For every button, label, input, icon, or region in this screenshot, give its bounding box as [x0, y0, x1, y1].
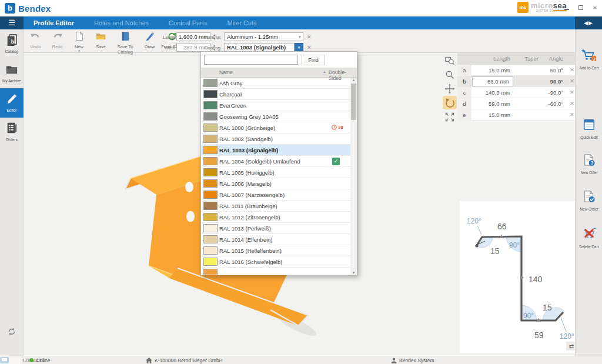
- coating-option-ral-1016-schwefelgelb[interactable]: RAL 1016 (Schwefelgelb): [201, 256, 350, 268]
- tab-conical-parts[interactable]: Conical Parts: [159, 16, 217, 29]
- coating-option-partial[interactable]: [201, 268, 350, 275]
- color-swatch: [203, 146, 218, 154]
- restore-button[interactable]: [577, 4, 584, 11]
- delete-cart-icon: [582, 227, 596, 241]
- vendor-name-light: micro: [531, 1, 553, 10]
- fit-screen-icon: [444, 112, 455, 122]
- title-bar: b Bendex ms microsea SYSTEM SOLUTIONS ×: [0, 0, 602, 16]
- coating-option-goosewing-grey-10a05[interactable]: Goosewing Grey 10A05: [201, 111, 350, 122]
- segment-row-e[interactable]: e15.0 mm✕: [457, 109, 577, 121]
- segment-length-cell[interactable]: 59.0 mm: [471, 101, 514, 107]
- coating-option-charcoal[interactable]: Charcoal: [201, 89, 350, 100]
- coating-option-ral-1007-narzissengelb[interactable]: RAL 1007 (Narzissengelb): [201, 189, 350, 201]
- coating-option-ral-1000-gr-nbeige[interactable]: RAL 1000 (Grünbeige)38: [201, 122, 350, 133]
- quick-edit-button[interactable]: Quick Edit: [576, 118, 602, 139]
- segment-angle-cell[interactable]: 60.0°: [542, 67, 567, 74]
- microsea-mark-icon: ms: [517, 2, 529, 13]
- segment-length-cell[interactable]: 140.0 mm: [471, 89, 514, 96]
- find-button[interactable]: Find: [302, 55, 325, 65]
- zoom-selection-tool[interactable]: [443, 54, 457, 67]
- scroll-down-icon[interactable]: ▼: [350, 271, 357, 275]
- save-button[interactable]: Save: [90, 30, 112, 55]
- redo-button[interactable]: Redo: [46, 30, 68, 55]
- clock-icon: [332, 125, 337, 130]
- color-swatch: [203, 135, 218, 143]
- segment-length-cell[interactable]: 66.0 mm: [472, 76, 513, 86]
- coating-option-ral-1003-signalgelb[interactable]: RAL 1003 (Signalgelb): [201, 145, 350, 156]
- add-to-cart-button[interactable]: 3Add to Cart: [576, 48, 602, 70]
- double-sided-checkbox[interactable]: ✓: [332, 158, 340, 165]
- fit-screen-tool[interactable]: [443, 110, 457, 123]
- scroll-thumb[interactable]: [351, 84, 356, 120]
- coating-option-ral-1014-elfenbein[interactable]: RAL 1014 (Elfenbein): [201, 234, 350, 245]
- coating-combo[interactable]: RAL 1003 (Signalgelb): [224, 43, 295, 52]
- column-name[interactable]: Name: [219, 69, 233, 75]
- coating-caret-button[interactable]: ▼: [295, 43, 303, 52]
- sidebar-item-my-archive[interactable]: My Archive: [0, 59, 24, 88]
- coating-option-ral-1002-sandgelb[interactable]: RAL 1002 (Sandgelb): [201, 133, 350, 145]
- delete-cart-button[interactable]: Delete Cart: [576, 227, 602, 249]
- color-swatch: [203, 235, 218, 243]
- segment-row-b[interactable]: b66.0 mm90.0°✕: [457, 76, 577, 87]
- material-clear-button[interactable]: ✕: [307, 34, 312, 40]
- segment-row-d[interactable]: d59.0 mm-60.0°✕: [457, 98, 577, 109]
- sidebar-item-editor[interactable]: Editor: [0, 88, 24, 118]
- pan-tool[interactable]: [443, 82, 457, 95]
- close-button[interactable]: ×: [591, 4, 598, 11]
- minimize-button[interactable]: [563, 4, 570, 11]
- angle-bottom-right: 120°: [560, 332, 574, 340]
- coating-option-ral-1013-perlwei[interactable]: RAL 1013 (Perlweiß): [201, 223, 350, 234]
- coating-search-input[interactable]: [204, 55, 298, 65]
- save-to-catalog-button[interactable]: Save To Catalog: [112, 30, 139, 55]
- rotate-tool[interactable]: [443, 96, 457, 109]
- tab-miter-cuts[interactable]: Miter Cuts: [217, 16, 266, 29]
- tab-holes-and-notches[interactable]: Holes and Notches: [84, 16, 159, 29]
- sidebar-item-orders[interactable]: Orders: [0, 118, 24, 147]
- zoom-tool[interactable]: [443, 68, 457, 81]
- coating-option-ash-gray[interactable]: Ash Gray: [201, 78, 350, 89]
- sync-icon[interactable]: [7, 327, 16, 336]
- new-offer-button[interactable]: ?New Offer: [576, 153, 602, 175]
- coating-list: Ash GrayCharcoalEverGreenGoosewing Grey …: [201, 78, 350, 275]
- segments-header: LengthTaperAngle: [457, 53, 577, 65]
- segment-length-cell[interactable]: 15.0 mm: [471, 67, 514, 74]
- coating-clear-button[interactable]: ✕: [307, 45, 312, 51]
- coating-option-ral-1011-braunbeige[interactable]: RAL 1011 (Braunbeige): [201, 201, 350, 212]
- toolbar: UndoRedoNew▼SaveSave To CatalogDrawFront…: [24, 29, 602, 53]
- chat-bubble-icon[interactable]: [0, 357, 9, 363]
- vendor-tagline: SYSTEM SOLUTIONS: [531, 10, 567, 13]
- segment-angle-cell[interactable]: 90.0°: [542, 78, 567, 85]
- color-swatch: [203, 191, 218, 199]
- segment-length-cell[interactable]: 15.0 mm: [471, 112, 514, 118]
- coating-option-ral-1006-maisgelb[interactable]: RAL 1006 (Maisgelb): [201, 178, 350, 189]
- hamburger-menu-button[interactable]: ☰: [0, 16, 24, 29]
- color-swatch: [203, 202, 218, 210]
- coating-option-ral-1005-honiggelb[interactable]: RAL 1005 (Honiggelb): [201, 167, 350, 178]
- tab-profile-editor[interactable]: Profile Editor: [24, 16, 84, 29]
- coating-option-ral-1012-zitronengelb[interactable]: RAL 1012 (Zitronengelb): [201, 212, 350, 223]
- segment-angle-cell[interactable]: -90.0°: [542, 89, 567, 96]
- color-swatch: [203, 179, 218, 188]
- segment-angle-cell[interactable]: -60.0°: [542, 101, 567, 107]
- material-combo[interactable]: Aluminium - 1.25mm▼: [224, 32, 303, 41]
- coating-option-ral-1015-hellelfenbein[interactable]: RAL 1015 (Hellelfenbein): [201, 245, 350, 256]
- dim-bottom: 59: [534, 330, 544, 340]
- coating-scrollbar[interactable]: ▲ ▼: [350, 78, 357, 275]
- coating-option-ral-1004-goldgelb-umlaufend[interactable]: RAL 1004 (Goldgelb) Umlaufend✓: [201, 156, 350, 167]
- scroll-up-icon[interactable]: ▲: [350, 78, 357, 82]
- user-status: Bendex System: [391, 356, 434, 364]
- draw-button[interactable]: Draw: [139, 30, 160, 55]
- new-button[interactable]: New▼: [68, 30, 90, 55]
- segment-row-a[interactable]: a15.0 mm60.0°✕: [457, 65, 577, 76]
- color-swatch: [203, 258, 218, 266]
- panel-collapse-button[interactable]: ◀▶: [575, 16, 602, 29]
- material-caret-icon[interactable]: ▼: [298, 33, 302, 41]
- undo-button[interactable]: Undo: [25, 30, 46, 55]
- new-order-button[interactable]: New Order: [576, 189, 602, 211]
- sidebar-item-catalog[interactable]: bCatalog: [0, 29, 24, 59]
- user-icon: [391, 358, 397, 363]
- coating-option-evergreen[interactable]: EverGreen: [201, 100, 350, 111]
- app-name: Bendex: [18, 4, 51, 14]
- segments-table: LengthTaperAnglea15.0 mm60.0°✕b66.0 mm90…: [457, 53, 577, 121]
- segment-row-c[interactable]: c140.0 mm-90.0°✕: [457, 87, 577, 98]
